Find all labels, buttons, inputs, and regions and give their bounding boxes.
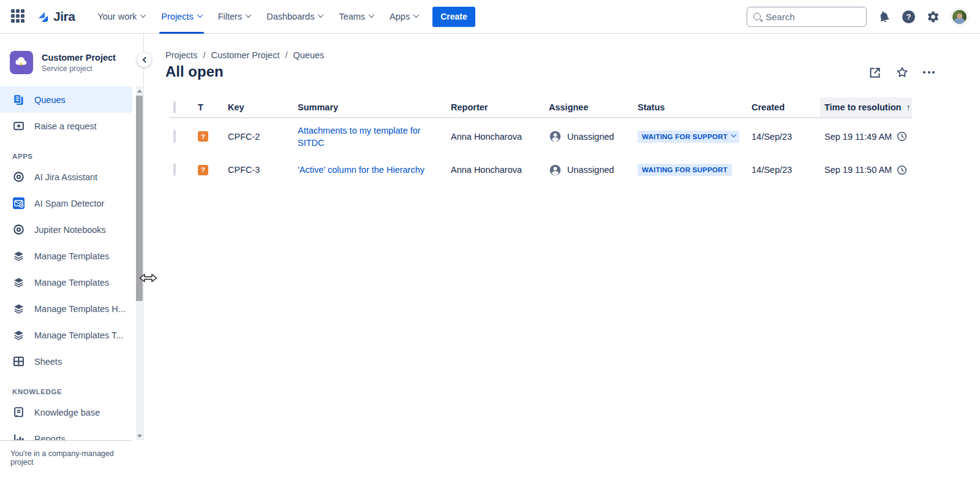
chevron-down-icon	[197, 12, 203, 18]
clock-icon	[897, 165, 907, 175]
table-header-row: T Key Summary Reporter Assignee Status C…	[169, 97, 912, 118]
row-checkbox[interactable]	[173, 163, 176, 176]
favorite-button[interactable]	[895, 66, 909, 79]
project-type-note: You're in a company-managed project	[0, 441, 144, 467]
layers-icon	[11, 329, 26, 341]
search-box[interactable]	[747, 7, 867, 27]
issue-summary-link[interactable]: Attachments to my template for SITDC	[298, 124, 435, 149]
created-date: 14/Sep/23	[747, 132, 820, 142]
collapse-sidebar-button[interactable]	[137, 52, 152, 67]
create-button[interactable]: Create	[432, 7, 475, 27]
help-icon: ?	[902, 10, 915, 23]
column-header-reporter[interactable]: Reporter	[447, 102, 545, 112]
target-icon	[11, 171, 26, 183]
sidebar-item-ai-spam-detector[interactable]: AI Spam Detector	[0, 190, 132, 216]
queue-table: T Key Summary Reporter Assignee Status C…	[169, 97, 912, 185]
search-icon	[753, 13, 761, 20]
time-to-resolution: Sep 19 11:49 AM	[824, 132, 892, 142]
main-content: Projects / Customer Project / Queues All…	[145, 34, 980, 480]
time-to-resolution: Sep 19 11:50 AM	[824, 165, 892, 175]
nav-dashboards[interactable]: Dashboards	[258, 0, 331, 34]
sidebar-item-manage-templates-t[interactable]: Manage Templates T...	[0, 322, 132, 348]
help-button[interactable]: ?	[902, 10, 915, 23]
sidebar-item-manage-templates-2[interactable]: Manage Templates	[0, 269, 132, 295]
row-checkbox[interactable]	[173, 130, 176, 143]
assignee: Unassigned	[567, 132, 614, 142]
table-row: ? CPFC-2 Attachments to my template for …	[169, 118, 912, 154]
column-header-created[interactable]: Created	[747, 102, 820, 112]
book-icon	[11, 406, 26, 418]
sidebar-item-sheets[interactable]: Sheets	[0, 348, 132, 375]
nav-filters[interactable]: Filters	[210, 0, 258, 34]
issue-summary-link[interactable]: 'Active' column for the Hierarchy	[298, 164, 424, 176]
project-sidebar: Customer Project Service project Queues	[0, 34, 144, 480]
reporter: Anna Honcharova	[447, 132, 545, 142]
column-header-status[interactable]: Status	[633, 102, 747, 112]
sidebar-item-jupiter-notebooks[interactable]: Jupiter Notebooks	[0, 216, 132, 243]
chevron-down-icon	[246, 12, 252, 18]
clock-icon	[897, 131, 907, 142]
settings-button[interactable]	[927, 10, 940, 23]
sidebar-item-queues[interactable]: Queues	[0, 86, 132, 113]
column-header-summary[interactable]: Summary	[293, 102, 447, 112]
created-date: 14/Sep/23	[747, 165, 820, 175]
sidebar-item-knowledge-base[interactable]: Knowledge base	[0, 399, 132, 425]
scroll-down-icon[interactable]	[137, 435, 142, 438]
notifications-button[interactable]	[878, 10, 891, 23]
section-header-apps: APPS	[12, 153, 132, 160]
chevron-down-icon	[731, 132, 736, 137]
scroll-up-icon[interactable]	[137, 90, 142, 93]
project-avatar	[10, 51, 33, 74]
layers-icon	[11, 250, 26, 262]
jira-logo[interactable]: Jira	[36, 9, 75, 25]
issue-type-question-icon[interactable]: ?	[198, 165, 208, 175]
sidebar-item-ai-jira-assistant[interactable]: AI Jira Assistant	[0, 164, 132, 190]
status-badge[interactable]: WAITING FOR SUPPORT	[638, 164, 732, 176]
nav-projects[interactable]: Projects	[153, 0, 209, 34]
storm-cloud-icon	[13, 55, 29, 70]
layers-icon	[11, 303, 26, 314]
bar-chart-icon	[11, 433, 26, 440]
breadcrumb-customer-project[interactable]: Customer Project	[211, 50, 279, 60]
nav-teams[interactable]: Teams	[331, 0, 382, 34]
nav-your-work[interactable]: Your work	[89, 0, 153, 34]
column-header-key[interactable]: Key	[224, 102, 293, 112]
project-header: Customer Project Service project	[0, 34, 143, 83]
column-header-type[interactable]: T	[194, 102, 224, 112]
sidebar-item-manage-templates-h[interactable]: Manage Templates H...	[0, 295, 132, 322]
spam-detector-icon	[11, 197, 26, 209]
issue-type-question-icon[interactable]: ?	[198, 131, 208, 142]
scrollbar-thumb[interactable]	[136, 96, 143, 301]
sidebar-scrollbar[interactable]	[136, 86, 143, 441]
status-badge[interactable]: WAITING FOR SUPPORT	[638, 131, 739, 143]
sort-ascending-icon: ↑	[906, 102, 910, 112]
bell-icon	[876, 9, 892, 24]
table-grid-icon	[11, 356, 26, 367]
select-all-checkbox[interactable]	[173, 101, 176, 113]
layers-icon	[11, 276, 26, 288]
top-navigation: Jira Your work Projects Filters Dashboar…	[0, 0, 980, 34]
unassigned-avatar-icon	[549, 130, 562, 143]
issue-key: CPFC-3	[224, 165, 293, 175]
column-header-time-to-resolution[interactable]: Time to resolution ↑	[820, 97, 912, 117]
user-menu-button[interactable]	[951, 9, 968, 25]
project-type: Service project	[42, 64, 116, 73]
app-switcher-icon[interactable]	[11, 9, 26, 24]
sidebar-item-raise-request[interactable]: Raise a request	[0, 113, 132, 139]
target-icon	[11, 224, 26, 235]
share-export-button[interactable]	[869, 66, 881, 79]
jira-logo-text: Jira	[53, 9, 75, 24]
column-header-assignee[interactable]: Assignee	[545, 102, 633, 112]
queues-icon	[11, 94, 26, 106]
breadcrumb-projects[interactable]: Projects	[165, 50, 197, 60]
more-actions-button[interactable]	[923, 71, 935, 74]
page-title: All open	[165, 63, 224, 80]
nav-apps[interactable]: Apps	[382, 0, 426, 34]
sidebar-item-manage-templates-1[interactable]: Manage Templates	[0, 243, 132, 269]
search-input[interactable]	[766, 12, 860, 22]
ellipsis-icon	[923, 71, 935, 74]
star-icon	[895, 66, 909, 79]
sidebar-item-reports[interactable]: Reports	[0, 425, 132, 440]
chevron-down-icon	[140, 12, 146, 18]
breadcrumb-queues[interactable]: Queues	[293, 50, 324, 60]
